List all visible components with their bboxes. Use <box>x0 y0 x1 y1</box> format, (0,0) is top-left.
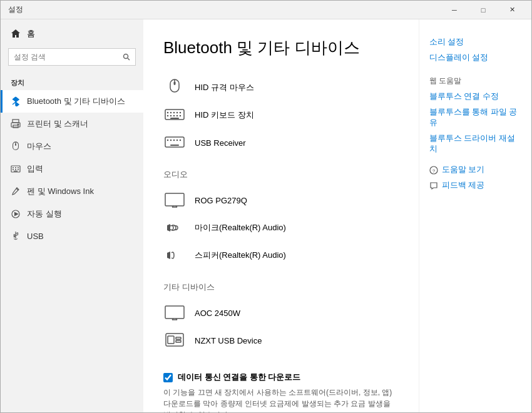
printer-icon <box>11 119 21 129</box>
other-devices-section: 기타 디바이스 AOC 2450W <box>163 282 399 354</box>
svg-text:?: ? <box>432 168 436 174</box>
device-aoc: AOC 2450W <box>163 299 399 327</box>
help-view-item: ? 도움말 보기 <box>429 165 521 175</box>
device-hid-mouse: HID 규격 마우스 <box>163 74 399 101</box>
device-usb-receiver: USB Receiver <box>163 129 399 156</box>
checkbox-row: 데이터 통신 연결을 통한 다운로드 <box>163 372 399 383</box>
download-desc: 이 기능을 끄면 새 장치에서 사용하는 소프트웨어(드라이버, 정보, 앱) … <box>163 387 399 412</box>
help-view-link[interactable]: 도움말 보기 <box>442 165 484 175</box>
hid-keyboard-name: HID 키보드 장치 <box>195 110 254 121</box>
pen-icon <box>11 186 21 196</box>
mic-name: 마이크(Realtek(R) Audio) <box>195 222 286 233</box>
other-section-label: 기타 디바이스 <box>163 282 399 293</box>
feedback-link[interactable]: 피드백 제공 <box>442 180 484 191</box>
sidebar-pen-label: 펜 및 Windows Ink <box>27 186 94 197</box>
help-icon: ? <box>429 166 438 175</box>
maximize-button[interactable]: □ <box>469 1 498 19</box>
share-bluetooth-link[interactable]: 블루투스를 통해 파일 공유 <box>429 107 521 128</box>
sidebar-printer-label: 프린터 및 스캐너 <box>27 118 88 130</box>
window-controls: ─ □ ✕ <box>440 1 526 19</box>
monitor-name: ROG PG279Q <box>195 196 247 205</box>
feedback-icon <box>429 181 438 190</box>
monitor-icon <box>163 191 186 209</box>
sidebar-item-usb[interactable]: USB <box>1 225 143 247</box>
keyboard-icon <box>11 164 21 174</box>
mic-icon <box>163 219 186 237</box>
aoc-icon <box>163 304 186 322</box>
svg-rect-62 <box>166 334 183 346</box>
display-settings-link[interactable]: 디스플레이 설정 <box>429 53 521 63</box>
close-button[interactable]: ✕ <box>498 1 526 19</box>
search-input[interactable] <box>14 53 123 61</box>
home-label: 홈 <box>27 28 35 39</box>
bluetooth-icon <box>11 96 21 106</box>
svg-rect-64 <box>176 337 181 339</box>
search-icon <box>123 53 130 61</box>
device-nzxt: NZXT USB Device <box>163 327 399 354</box>
sidebar-item-mouse[interactable]: 마우스 <box>1 135 143 158</box>
svg-point-0 <box>124 54 128 59</box>
device-mic: 마이크(Realtek(R) Audio) <box>163 214 399 242</box>
fix-bluetooth-link[interactable]: 블루투스 연결 수정 <box>429 91 521 102</box>
usb-icon <box>11 231 21 241</box>
sidebar-usb-label: USB <box>27 232 44 241</box>
window-title: 설정 <box>8 4 23 15</box>
audio-section-label: 오디오 <box>163 169 399 180</box>
speaker-name: 스피커(Realtek(R) Audio) <box>195 250 286 261</box>
device-monitor: ROG PG279Q <box>163 186 399 214</box>
svg-rect-5 <box>13 120 19 123</box>
sidebar-input-label: 입력 <box>27 163 43 175</box>
device-speaker: 스피커(Realtek(R) Audio) <box>163 242 399 269</box>
svg-marker-57 <box>167 252 170 259</box>
svg-line-1 <box>128 58 130 60</box>
search-box[interactable] <box>8 48 136 66</box>
reinstall-bluetooth-link[interactable]: 블루투스 드라이버 재설치 <box>429 133 521 155</box>
hid-mouse-name: HID 규격 마우스 <box>195 82 254 93</box>
speaker-icon <box>163 247 186 264</box>
settings-window: 설정 ─ □ ✕ 홈 <box>0 0 532 413</box>
svg-rect-58 <box>165 306 184 319</box>
usb-receiver-icon <box>163 134 186 151</box>
autoplay-icon <box>11 209 21 219</box>
svg-point-8 <box>18 124 19 125</box>
sidebar-item-input[interactable]: 입력 <box>1 158 143 180</box>
sidebar-item-printer[interactable]: 프린터 및 스캐너 <box>1 113 143 135</box>
sidebar-mouse-label: 마우스 <box>27 141 51 152</box>
right-panel: 소리 설정 디스플레이 설정 웹 도움말 블루투스 연결 수정 블루투스를 통해… <box>419 19 531 412</box>
usb-receiver-name: USB Receiver <box>195 138 246 148</box>
sound-settings-link[interactable]: 소리 설정 <box>429 37 521 48</box>
sidebar-item-bluetooth[interactable]: Bluetooth 및 기타 디바이스 <box>1 90 143 113</box>
sidebar-bluetooth-label: Bluetooth 및 기타 디바이스 <box>27 96 125 107</box>
svg-marker-22 <box>15 213 18 216</box>
sidebar: 홈 장치 <box>1 19 143 412</box>
feedback-item: 피드백 제공 <box>429 180 521 191</box>
download-section: 데이터 통신 연결을 통한 다운로드 이 기능을 끄면 새 장치에서 사용하는 … <box>163 372 399 412</box>
minimize-button[interactable]: ─ <box>440 1 469 19</box>
sidebar-item-autoplay[interactable]: 자동 실행 <box>1 203 143 225</box>
help-section-label: 웹 도움말 <box>429 76 521 86</box>
sidebar-home[interactable]: 홈 <box>1 22 143 46</box>
help-items: ? 도움말 보기 피드백 제공 <box>429 165 521 191</box>
hid-keyboard-icon <box>163 106 186 124</box>
aoc-name: AOC 2450W <box>195 308 240 318</box>
titlebar: 설정 ─ □ ✕ <box>1 1 531 19</box>
device-hid-keyboard: HID 키보드 장치 <box>163 101 399 129</box>
mouse-icon <box>11 141 21 151</box>
download-checkbox[interactable] <box>163 373 173 382</box>
svg-rect-52 <box>165 193 184 206</box>
sidebar-autoplay-label: 자동 실행 <box>27 208 62 220</box>
content-main: Bluetooth 및 기타 디바이스 HID 규격 마우스 <box>143 19 419 412</box>
hid-mouse-icon <box>163 79 186 96</box>
page-title: Bluetooth 및 기타 디바이스 <box>163 37 399 59</box>
home-icon <box>11 29 21 39</box>
svg-rect-65 <box>176 340 181 342</box>
devices-section-label: 장치 <box>1 73 143 90</box>
download-label[interactable]: 데이터 통신 연결을 통한 다운로드 <box>178 372 300 383</box>
svg-rect-63 <box>168 336 174 344</box>
nzxt-name: NZXT USB Device <box>195 336 262 345</box>
nzxt-icon <box>163 332 186 349</box>
svg-marker-56 <box>167 224 170 232</box>
sidebar-item-pen[interactable]: 펜 및 Windows Ink <box>1 180 143 203</box>
main-content: 홈 장치 <box>1 19 531 412</box>
audio-section: 오디오 ROG PG279Q <box>163 169 399 269</box>
